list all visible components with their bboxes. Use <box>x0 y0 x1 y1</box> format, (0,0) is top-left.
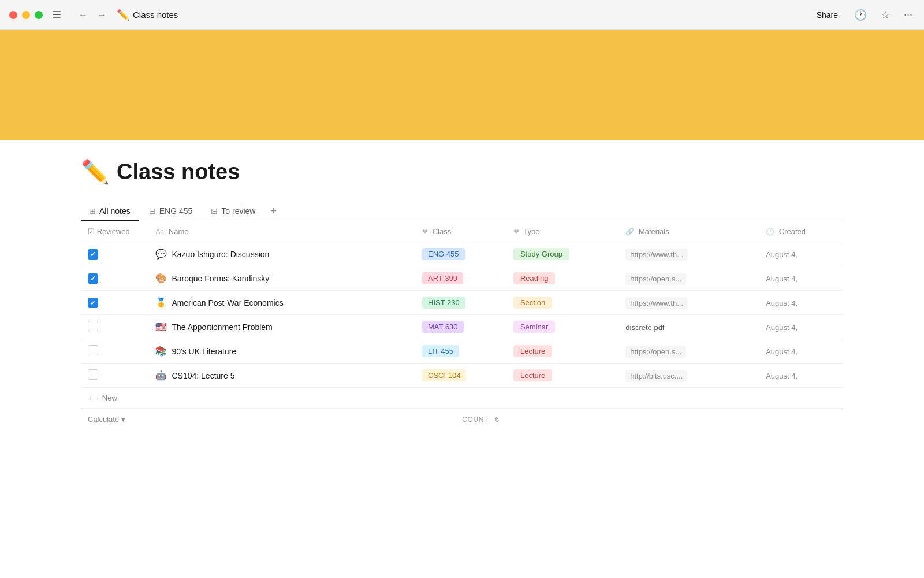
row-name-text: Baroque Forms: Kandinsky <box>172 274 269 283</box>
type-badge[interactable]: Section <box>513 297 552 309</box>
row-name-text: 90's UK Literature <box>172 347 236 356</box>
tab-all-notes[interactable]: ⊞ All notes <box>81 202 139 221</box>
table-header-row: ☑ Reviewed Aa Name ❤ Class ❤ Type <box>81 221 843 242</box>
forward-button[interactable]: → <box>94 8 110 23</box>
type-badge[interactable]: Seminar <box>513 321 555 333</box>
tab-to-review[interactable]: ⊟ To review <box>203 202 263 221</box>
star-button[interactable]: ☆ <box>878 6 892 24</box>
count-text: COUNT <box>462 416 488 424</box>
more-button[interactable]: ··· <box>901 6 915 23</box>
material-value[interactable]: https://open.s... <box>625 273 686 285</box>
row-name[interactable]: 📚90's UK Literature <box>155 346 408 357</box>
table-container: ☑ Reviewed Aa Name ❤ Class ❤ Type <box>81 221 843 429</box>
new-row-button[interactable]: + + New <box>88 394 117 402</box>
titlebar: ☰ ← → ✏️ Class notes Share 🕐 ☆ ··· <box>0 0 924 30</box>
created-date: August 4, <box>766 323 798 332</box>
class-badge[interactable]: ART 399 <box>422 272 463 284</box>
reviewed-checkbox[interactable] <box>88 273 98 284</box>
row-name[interactable]: 🤖CS104: Lecture 5 <box>155 370 408 381</box>
type-badge[interactable]: Lecture <box>513 369 552 381</box>
page-title-row: ✏️ Class notes <box>81 158 843 186</box>
created-date: August 4, <box>766 275 798 283</box>
count-label: COUNT 6 <box>462 416 500 424</box>
class-badge[interactable]: MAT 630 <box>422 321 464 333</box>
row-emoji: 🎨 <box>155 273 167 284</box>
reviewed-checkbox[interactable] <box>88 321 98 331</box>
tab-to-review-label: To review <box>221 206 255 216</box>
material-value[interactable]: https://www.th... <box>625 249 688 261</box>
type-badge[interactable]: Lecture <box>513 345 552 357</box>
created-header-label: Created <box>779 227 806 236</box>
nav-buttons: ← → <box>75 8 110 23</box>
new-row: + + New <box>81 388 843 409</box>
col-name-header[interactable]: Aa Name <box>148 221 415 242</box>
class-badge[interactable]: ENG 455 <box>422 248 464 260</box>
calculate-button[interactable]: Calculate ▾ <box>88 415 125 424</box>
tab-eng455-icon: ⊟ <box>149 206 156 216</box>
titlebar-icon: ✏️ <box>117 9 129 21</box>
col-type-header[interactable]: ❤ Type <box>506 221 619 242</box>
name-header-label: Name <box>169 227 189 236</box>
new-row-label: + New <box>96 394 117 402</box>
tab-all-notes-icon: ⊞ <box>89 206 96 216</box>
created-date: August 4, <box>766 250 798 259</box>
minimize-button[interactable] <box>22 11 30 19</box>
titlebar-title: Class notes <box>133 10 178 20</box>
reviewed-checkbox[interactable] <box>88 345 98 355</box>
material-value[interactable]: http://bits.usc.... <box>625 370 687 382</box>
created-date: August 4, <box>766 347 798 356</box>
row-name-text: CS104: Lecture 5 <box>172 371 234 380</box>
class-badge[interactable]: CSCI 104 <box>422 369 466 381</box>
traffic-lights <box>9 11 43 19</box>
class-badge[interactable]: HIST 230 <box>422 297 465 309</box>
table-footer: Calculate ▾ COUNT 6 <box>81 409 843 429</box>
row-emoji: 🇺🇸 <box>155 321 167 332</box>
table-row: 🇺🇸The Apportionment ProblemMAT 630Semina… <box>81 315 843 339</box>
row-name[interactable]: 🎨Baroque Forms: Kandinsky <box>155 273 408 284</box>
menu-button[interactable]: ☰ <box>47 6 66 24</box>
tab-eng455-label: ENG 455 <box>159 206 193 216</box>
class-badge[interactable]: LIT 455 <box>422 345 459 357</box>
tab-to-review-icon: ⊟ <box>211 206 218 216</box>
material-value[interactable]: discrete.pdf <box>625 323 664 332</box>
class-header-label: Class <box>433 227 452 236</box>
row-name[interactable]: 🇺🇸The Apportionment Problem <box>155 321 408 332</box>
chevron-down-icon: ▾ <box>121 415 125 424</box>
reviewed-checkbox[interactable] <box>88 369 98 380</box>
row-emoji: 📚 <box>155 346 167 357</box>
reviewed-checkbox[interactable] <box>88 298 98 308</box>
material-value[interactable]: https://open.s... <box>625 346 686 358</box>
col-materials-header[interactable]: 🔗 Materials <box>619 221 759 242</box>
new-row-cell: + + New <box>81 388 843 409</box>
notes-table: ☑ Reviewed Aa Name ❤ Class ❤ Type <box>81 221 843 409</box>
page-title: Class notes <box>117 160 240 184</box>
tab-add-button[interactable]: + <box>266 203 281 220</box>
type-badge[interactable]: Reading <box>513 272 555 284</box>
clock-button[interactable]: 🕐 <box>852 6 869 24</box>
row-name[interactable]: 🥇American Post-War Economics <box>155 297 408 308</box>
created-date: August 4, <box>766 372 798 380</box>
col-created-header[interactable]: 🕐 Created <box>759 221 843 242</box>
reviewed-checkbox[interactable] <box>88 249 98 260</box>
calculate-label: Calculate <box>88 415 119 424</box>
col-class-header[interactable]: ❤ Class <box>415 221 506 242</box>
materials-header-label: Materials <box>639 227 669 236</box>
class-header-icon: ❤ <box>422 228 428 236</box>
material-value[interactable]: https://www.th... <box>625 297 688 309</box>
row-emoji: 🥇 <box>155 297 167 308</box>
maximize-button[interactable] <box>35 11 43 19</box>
row-emoji: 🤖 <box>155 370 167 381</box>
type-badge[interactable]: Study Group <box>513 248 569 260</box>
col-reviewed-header[interactable]: ☑ Reviewed <box>81 221 148 242</box>
row-name[interactable]: 💬Kazuo Ishiguro: Discussion <box>155 249 408 260</box>
share-button[interactable]: Share <box>812 8 843 22</box>
tab-eng455[interactable]: ⊟ ENG 455 <box>141 202 201 221</box>
close-button[interactable] <box>9 11 17 19</box>
name-header-icon: Aa <box>155 228 164 236</box>
titlebar-actions: Share 🕐 ☆ ··· <box>812 6 915 24</box>
main-content: ✏️ Class notes ⊞ All notes ⊟ ENG 455 ⊟ T… <box>0 140 924 429</box>
materials-header-icon: 🔗 <box>625 228 634 236</box>
reviewed-header-label: Reviewed <box>97 227 130 236</box>
back-button[interactable]: ← <box>75 8 91 23</box>
count-value: 6 <box>495 416 500 424</box>
